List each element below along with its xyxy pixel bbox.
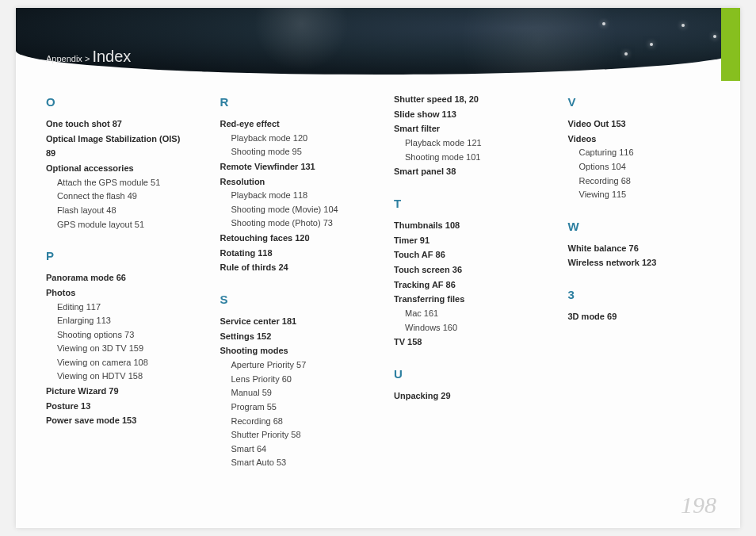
index-subentry: Viewing on camera 108 (46, 356, 189, 370)
index-entry: Panorama mode 66 (46, 270, 189, 285)
index-subentry: Aperture Priority 57 (220, 358, 363, 373)
index-entry: 3D mode 69 (568, 309, 711, 324)
index-entry: Rule of thirds 24 (220, 260, 363, 275)
index-entry: Remote Viewfinder 131 (220, 159, 363, 174)
index-entry: Unpacking 29 (394, 389, 536, 404)
index-subentry: Attach the GPS module 51 (46, 176, 189, 190)
index-entry: Tracking AF 86 (394, 278, 536, 293)
index-subentry: Connect the flash 49 (46, 190, 189, 204)
index-entry: Shooting modes (220, 343, 363, 358)
index-letter: V (568, 95, 711, 109)
index-subentry: Smart 64 (220, 442, 363, 457)
section-gap (46, 232, 189, 246)
section-gap (568, 202, 711, 216)
index-subentry: Capturing 116 (568, 146, 711, 160)
index-entry: Optional accessories (46, 161, 189, 176)
breadcrumb-prefix: Appendix > (46, 54, 90, 63)
index-subentry: Recording 68 (568, 174, 711, 189)
section-gap (394, 350, 536, 364)
index-subentry: Options 104 (568, 160, 711, 174)
index-entry: Service center 181 (220, 314, 363, 329)
index-entry: Picture Wizard 79 (46, 384, 189, 399)
index-entry: Thumbnails 108 (394, 218, 536, 233)
page-number: 198 (681, 492, 716, 519)
index-letter: S (220, 293, 363, 306)
index-entry: Transferring files (394, 292, 536, 307)
index-entry: Power save mode 153 (46, 413, 189, 428)
index-entry: Optical Image Stabilization (OIS) 89 (46, 132, 189, 161)
index-letter: U (394, 367, 536, 381)
index-entry: Video Out 153 (568, 117, 711, 132)
index-entry: Videos (568, 132, 711, 147)
sparkle-icon (650, 43, 653, 46)
index-letter: R (220, 95, 363, 109)
index-letter: W (568, 220, 711, 233)
section-gap (394, 179, 536, 193)
index-subentry: Windows 160 (394, 321, 536, 335)
index-subentry: Shooting mode (Movie) 104 (220, 203, 363, 217)
index-subentry: Viewing 115 (568, 188, 711, 202)
index-entry: Smart filter (394, 121, 536, 136)
index-letter: O (46, 95, 189, 109)
page-title: Index (92, 48, 131, 65)
index-columns: OOne touch shot 87Optical Image Stabiliz… (46, 92, 710, 496)
index-subentry: Viewing on HDTV 158 (46, 369, 189, 384)
index-subentry: Shooting options 73 (46, 328, 189, 343)
index-entry: Rotating 118 (220, 246, 363, 261)
index-subentry: Mac 161 (394, 307, 536, 321)
index-entry: White balance 76 (568, 241, 711, 256)
index-letter: 3 (568, 288, 711, 301)
index-entry: One touch shot 87 (46, 117, 189, 132)
index-subentry: Playback mode 121 (394, 136, 536, 151)
section-gap (568, 270, 711, 285)
index-subentry: Flash layout 48 (46, 204, 189, 218)
index-subentry: Shooting mode 95 (220, 145, 363, 159)
index-entry: Touch AF 86 (394, 247, 536, 262)
page: Appendix > Index OOne touch shot 87Optic… (16, 8, 740, 528)
index-subentry: Enlarging 113 (46, 314, 189, 328)
index-subentry: Editing 117 (46, 301, 189, 315)
index-letter: T (394, 197, 536, 210)
index-subentry: Shooting mode 101 (394, 151, 536, 165)
index-subentry: Shutter Priority 58 (220, 428, 363, 442)
index-column: Shutter speed 18, 20Slide show 113Smart … (394, 92, 536, 496)
index-subentry: GPS module layout 51 (46, 218, 189, 232)
index-entry: Shutter speed 18, 20 (394, 92, 536, 107)
sparkle-icon (713, 35, 716, 38)
index-entry: Photos (46, 285, 189, 301)
index-letter: P (46, 249, 189, 262)
index-entry: Settings 152 (220, 329, 363, 344)
index-entry: Retouching faces 120 (220, 231, 363, 246)
index-subentry: Smart Auto 53 (220, 456, 363, 470)
sparkle-icon (682, 24, 685, 27)
sparkle-icon (602, 22, 605, 25)
index-entry: Red-eye effect (220, 117, 363, 132)
index-entry: Smart panel 38 (394, 164, 536, 179)
sparkle-icon (624, 52, 628, 56)
index-entry: Posture 13 (46, 399, 189, 414)
index-entry: Resolution (220, 174, 363, 190)
index-column: RRed-eye effectPlayback mode 120Shooting… (220, 92, 363, 496)
breadcrumb: Appendix > Index (46, 48, 131, 66)
index-entry: Timer 91 (394, 233, 536, 248)
index-column: OOne touch shot 87Optical Image Stabiliz… (46, 92, 189, 496)
index-subentry: Viewing on 3D TV 159 (46, 342, 189, 356)
index-subentry: Shooting mode (Photo) 73 (220, 216, 363, 231)
index-subentry: Lens Priority 60 (220, 373, 363, 387)
index-subentry: Manual 59 (220, 386, 363, 400)
section-gap (220, 275, 363, 289)
index-entry: Wireless network 123 (568, 255, 711, 270)
index-subentry: Recording 68 (220, 415, 363, 429)
index-entry: Touch screen 36 (394, 262, 536, 278)
index-subentry: Program 55 (220, 400, 363, 415)
section-tab (721, 8, 740, 81)
index-column: VVideo Out 153VideosCapturing 116Options… (568, 92, 711, 496)
index-subentry: Playback mode 118 (220, 189, 363, 203)
index-entry: TV 158 (394, 335, 536, 350)
index-entry: Slide show 113 (394, 107, 536, 122)
index-subentry: Playback mode 120 (220, 132, 363, 146)
